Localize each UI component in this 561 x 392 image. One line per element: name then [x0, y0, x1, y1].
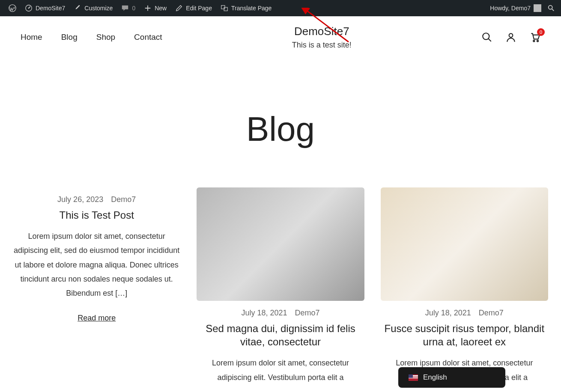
post-card: July 18, 2021 Demo7 Fusce suscipit risus… — [381, 187, 548, 385]
adminbar-comments[interactable]: 0 — [117, 0, 140, 16]
svg-point-9 — [533, 40, 534, 42]
search-icon — [547, 4, 555, 12]
header-icons: 0 — [481, 32, 540, 43]
svg-point-8 — [509, 33, 513, 37]
adminbar-search[interactable] — [546, 0, 557, 16]
read-more-link[interactable]: Read more — [78, 314, 116, 323]
cart-count-badge: 0 — [537, 28, 545, 36]
nav-shop[interactable]: Shop — [96, 33, 115, 42]
adminbar-new[interactable]: New — [140, 0, 171, 16]
post-excerpt: Lorem ipsum dolor sit amet, consectetur … — [13, 229, 180, 300]
page-title: Blog — [0, 110, 561, 149]
post-meta: July 26, 2023 Demo7 — [13, 195, 180, 204]
nav-contact[interactable]: Contact — [134, 33, 162, 42]
adminbar-customize-label: Customize — [84, 5, 113, 12]
blog-grid: July 26, 2023 Demo7 This is Test Post Lo… — [4, 187, 557, 385]
post-meta: July 18, 2021 Demo7 — [197, 309, 364, 318]
post-title[interactable]: Fusce suscipit risus tempor, blandit urn… — [381, 322, 548, 348]
post-meta: July 18, 2021 Demo7 — [381, 309, 548, 318]
language-switcher[interactable]: English — [398, 367, 505, 385]
adminbar-edit-label: Edit Page — [186, 5, 212, 12]
language-label: English — [423, 373, 447, 382]
adminbar-comments-count: 0 — [132, 5, 135, 12]
site-title[interactable]: DemoSite7 — [162, 25, 481, 38]
adminbar-new-label: New — [155, 5, 167, 12]
post-thumbnail[interactable] — [381, 187, 548, 301]
svg-point-7 — [483, 33, 489, 39]
adminbar-greeting: Howdy, Demo7 — [490, 5, 531, 12]
post-author[interactable]: Demo7 — [479, 309, 504, 318]
nav-home[interactable]: Home — [21, 33, 42, 42]
post-title[interactable]: Sed magna dui, dignissim id felis vitae,… — [197, 322, 364, 348]
plus-icon — [144, 4, 152, 12]
post-date: July 18, 2021 — [425, 309, 471, 318]
post-thumbnail[interactable] — [197, 187, 364, 301]
post-date: July 26, 2023 — [57, 195, 103, 204]
adminbar-translate-label: Translate Page — [231, 5, 272, 12]
avatar — [534, 4, 541, 12]
wp-admin-bar: DemoSite7 Customize 0 New Edit Page — [0, 0, 561, 16]
pencil-icon — [175, 4, 183, 12]
wordpress-icon — [9, 4, 16, 12]
flag-us-icon — [409, 374, 418, 381]
adminbar-account[interactable]: Howdy, Demo7 — [486, 0, 546, 16]
post-card: July 18, 2021 Demo7 Sed magna dui, digni… — [197, 187, 364, 385]
site-header: Home Blog Shop Contact DemoSite7 This is… — [0, 16, 561, 58]
brush-icon — [74, 4, 81, 12]
post-card: July 26, 2023 Demo7 This is Test Post Lo… — [13, 187, 180, 385]
comment-icon — [121, 4, 129, 12]
dashboard-icon — [25, 4, 33, 12]
svg-point-10 — [537, 40, 538, 42]
account-button[interactable] — [505, 32, 516, 43]
adminbar-edit-page[interactable]: Edit Page — [171, 0, 216, 16]
svg-point-5 — [549, 6, 552, 9]
post-title[interactable]: This is Test Post — [13, 208, 180, 222]
site-tagline: This is a test site! — [162, 41, 481, 50]
cart-button[interactable]: 0 — [529, 32, 540, 43]
header-search-button[interactable] — [481, 32, 492, 43]
post-date: July 18, 2021 — [241, 309, 287, 318]
adminbar-translate-page[interactable]: Translate Page — [216, 0, 276, 16]
nav-blog[interactable]: Blog — [61, 33, 78, 42]
wp-logo[interactable] — [4, 0, 21, 16]
post-excerpt: Lorem ipsum dolor sit amet, consectetur … — [197, 356, 364, 385]
translate-icon — [221, 4, 228, 12]
adminbar-site-label: DemoSite7 — [36, 5, 65, 12]
adminbar-customize[interactable]: Customize — [69, 0, 117, 16]
svg-point-2 — [28, 8, 30, 9]
post-author[interactable]: Demo7 — [295, 309, 320, 318]
adminbar-site-name[interactable]: DemoSite7 — [21, 0, 69, 16]
post-author[interactable]: Demo7 — [111, 195, 136, 204]
site-identity: DemoSite7 This is a test site! — [162, 25, 481, 50]
main-nav: Home Blog Shop Contact — [21, 33, 162, 42]
